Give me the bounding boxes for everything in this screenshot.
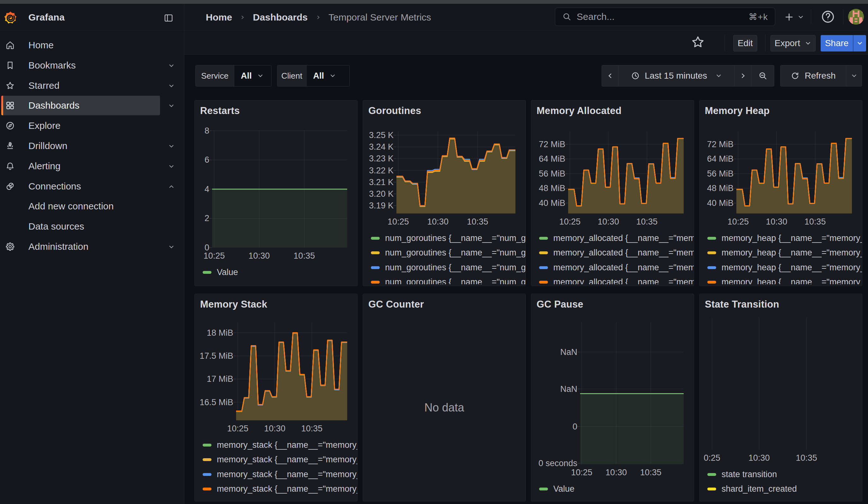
refresh-interval-button[interactable]	[846, 65, 862, 86]
legend-item[interactable]: Value	[531, 482, 694, 496]
legend-item[interactable]: state transition	[700, 467, 862, 482]
share-button-label[interactable]: Share	[821, 35, 853, 51]
y-tick-label: 17.5 MiB	[199, 351, 233, 361]
chevron-down-icon	[851, 72, 858, 79]
time-shift-forward-button[interactable]	[735, 65, 752, 86]
refresh-icon	[790, 71, 799, 80]
toolbar-divider	[725, 35, 725, 51]
legend-item[interactable]: memory_stack {__name__="memory_s	[195, 453, 357, 467]
x-tick-label: 10:25	[227, 424, 248, 433]
x-tick-label: 10:35	[301, 424, 323, 433]
search-input[interactable]: Search... ⌘+k	[555, 8, 775, 26]
legend-item[interactable]: memory_heap {__name__="memory_h	[700, 260, 862, 275]
sidebar-item-drilldown[interactable]: Drilldown	[0, 136, 184, 156]
refresh-button[interactable]: Refresh	[781, 65, 846, 86]
legend-item[interactable]: memory_allocated {__name__="memo	[531, 260, 694, 275]
time-range-button[interactable]: Last 15 minutes	[619, 65, 735, 86]
panel-memory-allocated: Memory Allocated10:2510:3010:3572 MiB64 …	[531, 100, 694, 286]
legend-item[interactable]: num_goroutines {__name__="num_go	[363, 275, 526, 285]
legend-item[interactable]: memory_heap {__name__="memory_h	[700, 246, 862, 260]
y-tick-label: 3.24 K	[369, 142, 394, 152]
sidebar-item-starred[interactable]: Starred	[0, 75, 184, 96]
panel-gc-pause: GC Pause10:2510:3010:35NaNNaN00 secondsV…	[531, 294, 694, 502]
sidebar-item-label: Add new connection	[28, 196, 114, 216]
sidebar-item-explore[interactable]: Explore	[0, 116, 184, 136]
legend-item[interactable]: memory_allocated {__name__="memo	[531, 231, 694, 246]
legend-swatch	[707, 237, 716, 240]
grafana-logo[interactable]	[4, 10, 17, 25]
brand-title: Grafana	[28, 4, 65, 31]
breadcrumb-home[interactable]: Home	[206, 12, 232, 23]
panel-title-gc-counter[interactable]: GC Counter	[368, 298, 424, 310]
compass-icon	[6, 121, 15, 131]
legend-item[interactable]: num_goroutines {__name__="num_go	[363, 260, 526, 275]
sidebar-toggle-icon[interactable]	[164, 13, 173, 23]
chevron-down-icon[interactable]	[168, 163, 175, 170]
edit-button[interactable]: Edit	[733, 35, 757, 51]
chevron-down-icon[interactable]	[168, 82, 175, 89]
breadcrumb-dashboards[interactable]: Dashboards	[253, 12, 308, 23]
y-tick-label: 0	[205, 243, 209, 252]
x-tick-label: 10:35	[805, 217, 826, 226]
y-tick-label: 56 MiB	[539, 169, 565, 178]
legend-label: memory_heap {__name__="memory_h	[722, 248, 862, 258]
x-tick-label: 10:25	[388, 217, 409, 226]
legend-item[interactable]: shard_item_created	[700, 482, 862, 497]
y-tick-label: 6	[205, 155, 209, 165]
chevron-up-icon[interactable]	[168, 183, 175, 190]
series-fill	[736, 138, 852, 214]
y-tick-label: 3.20 K	[369, 189, 394, 199]
help-icon[interactable]	[821, 10, 835, 24]
legend-item[interactable]: memory_stack {__name__="memory_s	[195, 467, 357, 482]
chevron-down-icon	[715, 72, 722, 79]
zoom-out-button[interactable]	[752, 65, 774, 86]
y-tick-label: 40 MiB	[707, 198, 734, 208]
legend-label: memory_stack {__name__="memory_s	[217, 484, 357, 494]
sidebar-item-add-new-connection[interactable]: Add new connection	[0, 196, 184, 216]
legend-swatch	[371, 237, 380, 240]
time-shift-back-button[interactable]	[602, 65, 619, 86]
export-button[interactable]: Export	[771, 35, 816, 51]
legend-item[interactable]: num_goroutines {__name__="num_go	[363, 246, 526, 260]
variable-service-value[interactable]: All	[234, 65, 271, 86]
legend-item[interactable]: memory_stack {__name__="memory_s	[195, 482, 357, 497]
legend-item[interactable]: memory_stack {__name__="memory_s	[195, 438, 357, 453]
zoom-out-icon	[758, 71, 768, 81]
legend-item[interactable]: memory_heap {__name__="memory_h	[700, 275, 862, 285]
variable-client-value[interactable]: All	[307, 65, 349, 86]
sidebar-item-administration[interactable]: Administration	[0, 237, 184, 257]
x-tick-label: 10:30	[748, 453, 770, 463]
y-tick-label: NaN	[560, 347, 577, 357]
legend-swatch	[707, 266, 716, 269]
legend-item[interactable]: memory_allocated {__name__="memo	[531, 246, 694, 260]
chevron-down-icon[interactable]	[168, 102, 175, 109]
legend-item[interactable]: num_goroutines {__name__="num_go	[363, 231, 526, 246]
legend-item[interactable]: Value	[195, 265, 357, 280]
legend-swatch	[203, 271, 211, 274]
series-fill	[580, 393, 684, 464]
share-button[interactable]: Share	[821, 35, 866, 51]
sidebar-item-home[interactable]: Home	[0, 35, 184, 55]
sidebar-item-label: Drilldown	[28, 136, 67, 156]
sidebar-item-dashboards[interactable]: Dashboards	[0, 95, 184, 116]
sidebar-divider	[184, 4, 184, 504]
legend-item[interactable]: memory_allocated {__name__="memo	[531, 275, 694, 285]
sidebar-item-connections[interactable]: Connections	[0, 176, 184, 196]
y-tick-label: 0 seconds	[538, 459, 577, 468]
chevron-down-icon[interactable]	[168, 143, 175, 150]
sidebar-item-alerting[interactable]: Alerting	[0, 156, 184, 176]
add-new-button[interactable]	[784, 11, 806, 23]
chevron-down-icon[interactable]	[168, 62, 175, 69]
chart-restarts: 10:2510:3010:3586420	[195, 101, 358, 286]
favorite-star-icon[interactable]	[691, 35, 705, 49]
legend-swatch	[203, 487, 211, 491]
sidebar-item-data-sources[interactable]: Data sources	[0, 216, 184, 237]
sidebar-item-bookmarks[interactable]: Bookmarks	[0, 55, 184, 75]
share-menu-button[interactable]	[853, 35, 866, 51]
chevron-down-icon[interactable]	[168, 244, 175, 250]
legend-swatch	[539, 266, 548, 269]
legend-item[interactable]: memory_heap {__name__="memory_h	[700, 231, 862, 246]
y-tick-label: 18 MiB	[207, 328, 233, 338]
variable-client-label: Client	[277, 65, 307, 86]
user-avatar[interactable]	[848, 9, 864, 25]
